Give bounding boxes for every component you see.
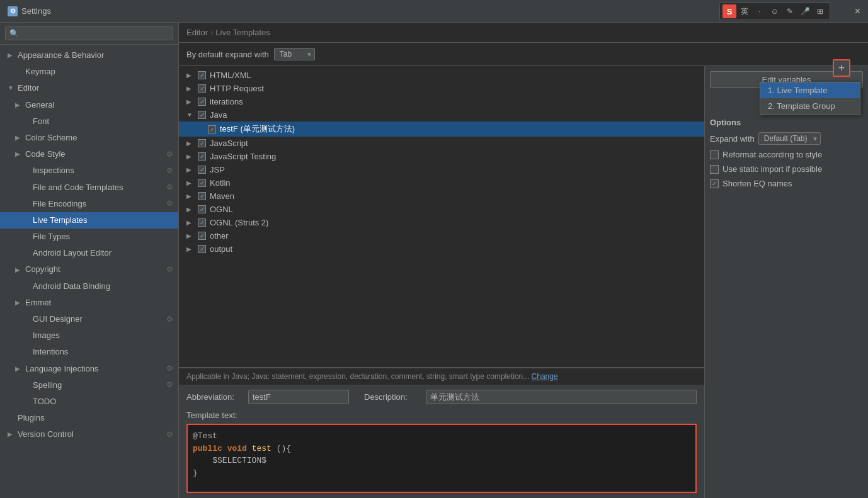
abbreviation-input[interactable] [248,390,349,404]
sidebar-item-version-control[interactable]: ▶Version Control⚙ [0,426,178,443]
tree-item-javascript[interactable]: ▶JavaScript [179,137,704,150]
reformat-checkbox[interactable] [710,150,719,159]
tree-item-maven[interactable]: ▶Maven [179,190,704,203]
template-code-area[interactable]: @Test public void test (){ [186,424,697,493]
gear-icon: ⚙ [166,182,173,193]
tree-item-jsp[interactable]: ▶JSP [179,163,704,176]
tree-item-ognl[interactable]: ▶OGNL [179,203,704,216]
tree-checkbox[interactable] [198,192,206,200]
sidebar-item-intentions[interactable]: Intentions [0,344,178,360]
sidebar-item-appearance-&-behavior[interactable]: ▶Appearance & Behavior [0,47,178,64]
settings-icon: ⚙ [8,6,18,16]
tree-item-label: JSP [210,165,225,174]
sidebar-item-gui-designer[interactable]: GUI Designer⚙ [0,311,178,327]
ime-toolbar: S 英 · ☺ ✎ 🎤 ⊞ [719,3,830,20]
sidebar-item-file-encodings[interactable]: File Encodings⚙ [0,196,178,212]
applicable-change-link[interactable]: Change [532,372,558,381]
tree-item-label: HTTP Request [210,84,264,93]
tree-checkbox[interactable] [198,179,206,187]
ime-grid-icon[interactable]: ⊞ [813,4,827,18]
tree-checkbox[interactable] [198,166,206,174]
sidebar-item-editor[interactable]: ▼Editor [0,80,178,96]
tree-checkbox[interactable] [198,152,206,161]
sidebar-item-label: Editor [18,82,39,94]
sidebar-item-emmet[interactable]: ▶Emmet [0,295,178,311]
sidebar-item-live-templates[interactable]: Live Templates [0,212,178,229]
tree-item-kotlin[interactable]: ▶Kotlin [179,176,704,190]
sidebar-item-images[interactable]: Images [0,327,178,344]
tree-arrow-icon: ▶ [186,232,194,239]
sidebar-item-todo[interactable]: TODO [0,393,178,410]
tree-arrow-icon: ▶ [186,98,194,105]
sidebar-item-copyright[interactable]: ▶Copyright⚙ [0,261,178,278]
tree-checkbox[interactable] [198,139,206,147]
tree-checkbox[interactable] [198,111,206,119]
tree-item-output[interactable]: ▶output [179,242,704,256]
tree-checkbox[interactable] [198,245,206,253]
sidebar-item-label: Android Layout Editor [33,247,111,259]
tree-checkbox[interactable] [198,98,206,106]
tree-checkbox[interactable] [198,71,206,79]
tree-item-ognl-struts-2[interactable]: ▶OGNL (Struts 2) [179,216,704,229]
sidebar-item-general[interactable]: ▶General [0,97,178,113]
shorten-eq-checkbox-row[interactable]: Shorten EQ names [710,179,863,188]
sidebar-item-code-style[interactable]: ▶Code Style⚙ [0,146,178,162]
ime-mic-icon[interactable]: 🎤 [798,4,812,18]
tree-item-iterations[interactable]: ▶iterations [179,95,704,108]
gear-icon: ⚙ [166,363,173,374]
settings-dialog: ⚙ Settings S 英 · ☺ ✎ 🎤 ⊞ × ▶Appearance &… [0,0,868,498]
sidebar-item-spelling[interactable]: Spelling⚙ [0,377,178,393]
static-import-checkbox-row[interactable]: Use static import if possible [710,164,863,174]
expand-dropdown[interactable]: Tab Enter Space [274,48,315,60]
tree-item-label: Maven [210,191,234,201]
sidebar-item-language-injections[interactable]: ▶Language Injections⚙ [0,361,178,377]
sidebar-item-color-scheme[interactable]: ▶Color Scheme [0,130,178,146]
tree-checkbox[interactable] [198,84,206,93]
template-text-label: Template text: [186,410,697,420]
tree-item-javascript-testing[interactable]: ▶JavaScript Testing [179,150,704,163]
sidebar-item-label: Spelling [33,380,62,391]
tree-checkbox[interactable] [198,205,206,213]
sidebar-arrow-icon: ▶ [15,298,23,307]
shorten-eq-checkbox[interactable] [710,179,719,188]
ime-symbol-icon[interactable]: · [753,4,767,18]
code-line-2: public void test (){ [193,443,690,455]
sidebar-item-keymap[interactable]: Keymap [0,64,178,80]
tree-item-html/xml[interactable]: ▶HTML/XML [179,69,704,82]
tree-item-label: OGNL (Struts 2) [210,218,268,227]
expand-with-dropdown[interactable]: Default (Tab) Tab Enter [758,132,821,145]
ime-pen-icon[interactable]: ✎ [783,4,797,18]
sidebar-item-android-data-binding[interactable]: Android Data Binding [0,278,178,295]
sidebar-item-label: Font [33,116,49,127]
sidebar-arrow-icon: ▼ [8,84,15,93]
reformat-checkbox-row[interactable]: Reformat according to style [710,150,863,159]
tree-checkbox[interactable] [198,218,206,227]
tree-item-http-request[interactable]: ▶HTTP Request [179,82,704,95]
static-import-checkbox[interactable] [710,165,719,174]
sidebar-item-file-types[interactable]: File Types [0,229,178,245]
close-button[interactable]: × [855,6,860,17]
ime-emoji-icon[interactable]: ☺ [768,4,782,18]
description-label: Description: [364,392,421,402]
sidebar-item-font[interactable]: Font [0,113,178,130]
ime-s-icon[interactable]: S [722,4,736,18]
add-button[interactable]: + [833,59,850,77]
sidebar-item-file-and-code-templates[interactable]: File and Code Templates⚙ [0,179,178,196]
gear-icon: ⚙ [166,264,173,275]
sidebar-item-plugins[interactable]: Plugins [0,410,178,426]
tree-checkbox[interactable] [208,125,216,133]
tree-item-testf-单元测试方法[interactable]: testF (单元测试方法) [179,122,704,137]
add-template-group-item[interactable]: 2. Template Group [760,98,860,114]
tree-item-java[interactable]: ▼Java [179,108,704,122]
sidebar: ▶Appearance & BehaviorKeymap▼Editor▶Gene… [0,23,179,498]
options-label: Options [710,118,863,127]
expand-label: By default expand with [186,50,269,59]
ime-lang-icon[interactable]: 英 [738,4,751,18]
description-input[interactable] [426,390,697,404]
search-input[interactable] [5,26,173,40]
add-live-template-item[interactable]: 1. Live Template [760,82,860,98]
tree-checkbox[interactable] [198,232,206,240]
sidebar-item-android-layout-editor[interactable]: Android Layout Editor [0,245,178,261]
sidebar-item-inspections[interactable]: Inspections⚙ [0,162,178,179]
tree-item-other[interactable]: ▶other [179,229,704,242]
